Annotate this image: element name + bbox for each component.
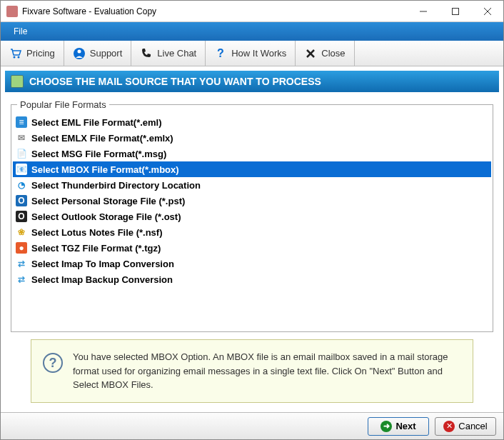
livechat-label: Live Chat xyxy=(157,48,196,59)
formats-groupbox: Popular File Formats ≡Select EML File Fo… xyxy=(11,99,493,332)
info-text: You have selected MBOX Option. An MBOX f… xyxy=(73,350,461,392)
howitworks-button[interactable]: ? How It Works xyxy=(206,41,296,66)
cancel-label: Cancel xyxy=(458,421,487,431)
support-icon xyxy=(73,47,86,60)
menu-file[interactable]: File xyxy=(6,24,34,39)
format-item-imap[interactable]: ⇄Select Imap To Imap Conversion xyxy=(13,256,491,271)
format-item-pst[interactable]: OSelect Personal Storage File (*.pst) xyxy=(13,193,491,209)
format-item-label: Select Imap Backup Conversion xyxy=(31,274,173,285)
svg-point-4 xyxy=(14,56,16,58)
svg-text:?: ? xyxy=(217,47,224,59)
format-item-nsf[interactable]: ❀Select Lotus Notes File (*.nsf) xyxy=(13,224,491,240)
footer: ➜ Next ✕ Cancel xyxy=(1,412,503,439)
emlx-icon: ✉ xyxy=(16,132,27,144)
pricing-button[interactable]: Pricing xyxy=(1,41,64,66)
close-button[interactable]: Close xyxy=(296,41,354,66)
format-item-label: Select EMLX File Format(*.emlx) xyxy=(31,133,173,144)
svg-point-7 xyxy=(77,49,81,53)
support-button[interactable]: Support xyxy=(64,41,132,66)
cancel-button[interactable]: ✕ Cancel xyxy=(435,417,496,436)
next-button[interactable]: ➜ Next xyxy=(368,417,429,436)
imapb-icon: ⇄ xyxy=(16,274,27,285)
question-icon: ? xyxy=(214,47,227,60)
menubar: File xyxy=(1,22,503,41)
format-item-mbox[interactable]: 📧Select MBOX File Format(*.mbox) xyxy=(13,161,491,177)
format-item-label: Select TGZ File Format (*.tgz) xyxy=(31,243,161,254)
format-list: ≡Select EML File Format(*.eml)✉Select EM… xyxy=(13,114,491,287)
format-item-tbird[interactable]: ◔Select Thunderbird Directory Location xyxy=(13,177,491,193)
format-item-label: Select MBOX File Format(*.mbox) xyxy=(31,164,179,175)
info-box: ? You have selected MBOX Option. An MBOX… xyxy=(31,339,473,403)
eml-icon: ≡ xyxy=(16,116,27,128)
support-label: Support xyxy=(90,48,123,59)
format-item-label: Select MSG File Format(*.msg) xyxy=(31,149,166,159)
livechat-button[interactable]: Live Chat xyxy=(131,41,206,66)
svg-rect-1 xyxy=(452,8,458,14)
format-item-msg[interactable]: 📄Select MSG File Format(*.msg) xyxy=(13,146,491,161)
ost-icon: O xyxy=(16,211,27,222)
titlebar: Fixvare Software - Evaluation Copy xyxy=(1,1,503,22)
mbox-icon: 📧 xyxy=(16,164,27,175)
phone-icon xyxy=(140,47,153,60)
format-item-label: Select Lotus Notes File (*.nsf) xyxy=(31,227,162,238)
maximize-button[interactable] xyxy=(439,1,471,21)
format-item-label: Select Thunderbird Directory Location xyxy=(31,180,201,191)
tbird-icon: ◔ xyxy=(16,179,27,191)
section-icon xyxy=(11,75,24,88)
pricing-label: Pricing xyxy=(26,48,55,59)
groupbox-legend: Popular File Formats xyxy=(17,99,109,110)
format-item-label: Select EML File Format(*.eml) xyxy=(31,117,162,128)
toolbar: Pricing Support Live Chat ? How It Works… xyxy=(1,41,503,66)
pst-icon: O xyxy=(16,195,27,206)
nsf-icon: ❀ xyxy=(16,226,27,238)
format-item-emlx[interactable]: ✉Select EMLX File Format(*.emlx) xyxy=(13,130,491,146)
next-arrow-icon: ➜ xyxy=(380,421,392,432)
imap-icon: ⇄ xyxy=(16,258,27,269)
format-item-eml[interactable]: ≡Select EML File Format(*.eml) xyxy=(13,114,491,130)
next-label: Next xyxy=(395,421,415,431)
howitworks-label: How It Works xyxy=(231,48,286,59)
format-item-label: Select Outlook Storage File (*.ost) xyxy=(31,211,181,222)
close-label: Close xyxy=(321,48,345,59)
format-item-label: Select Imap To Imap Conversion xyxy=(31,259,174,269)
svg-point-5 xyxy=(18,56,20,58)
section-title: CHOOSE THE MAIL SOURCE THAT YOU WANT TO … xyxy=(29,76,321,87)
format-item-tgz[interactable]: ●Select TGZ File Format (*.tgz) xyxy=(13,240,491,256)
cart-icon xyxy=(9,47,22,60)
tgz-icon: ● xyxy=(16,242,27,254)
minimize-button[interactable] xyxy=(407,1,439,21)
section-header: CHOOSE THE MAIL SOURCE THAT YOU WANT TO … xyxy=(5,71,499,92)
close-icon xyxy=(304,47,317,60)
content-area: Popular File Formats ≡Select EML File Fo… xyxy=(1,92,503,410)
format-item-label: Select Personal Storage File (*.pst) xyxy=(31,196,185,206)
format-item-imapb[interactable]: ⇄Select Imap Backup Conversion xyxy=(13,271,491,287)
window-title: Fixvare Software - Evaluation Copy xyxy=(22,6,407,16)
close-window-button[interactable] xyxy=(471,1,503,21)
app-logo-icon xyxy=(6,6,18,17)
info-icon: ? xyxy=(43,353,63,373)
msg-icon: 📄 xyxy=(16,148,27,159)
format-item-ost[interactable]: OSelect Outlook Storage File (*.ost) xyxy=(13,209,491,224)
cancel-x-icon: ✕ xyxy=(443,421,455,432)
